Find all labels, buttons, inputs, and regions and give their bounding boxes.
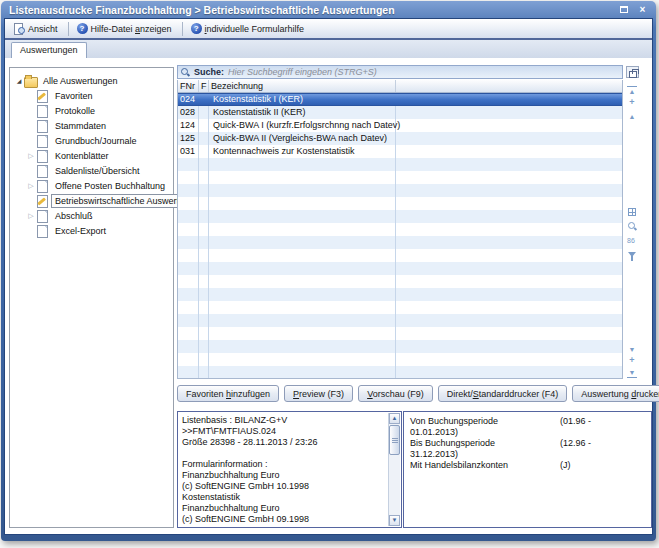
scroll-to-bottom-icon[interactable]: ▼	[627, 369, 637, 378]
param-row: Mit Handelsbilanzkonten (J)	[410, 460, 645, 471]
tree-item-abschluss[interactable]: ▷ Abschluß	[10, 208, 173, 223]
column-header-f[interactable]: F	[199, 80, 209, 92]
preview-button[interactable]: Preview (F3)	[284, 385, 353, 402]
info-line: (c) SoftENGINE GmbH 09.1998	[182, 514, 385, 525]
hilfe-datei-button[interactable]: ? Hilfe-Datei anzeigen	[72, 20, 179, 37]
empty-row[interactable]	[178, 158, 622, 171]
empty-row[interactable]	[178, 366, 622, 379]
expander-closed-icon[interactable]: ▷	[26, 212, 36, 220]
empty-row[interactable]	[178, 262, 622, 275]
toolbar-separator	[182, 22, 183, 36]
tree-item-betriebswirtschaftliche-auswertungen[interactable]: Betriebswirtschaftliche Auswertungen	[10, 193, 173, 208]
close-window-button[interactable]: ×	[635, 3, 650, 16]
tree-item-favoriten[interactable]: Favoriten	[10, 88, 173, 103]
badge-86-icon[interactable]: 86	[627, 237, 635, 244]
help-icon: ?	[77, 23, 88, 34]
filter-icon[interactable]	[628, 252, 636, 257]
table-row[interactable]: 024Kostenstatistik I (KER)	[178, 93, 622, 106]
info-line: Finanzbuchhaltung Euro	[182, 503, 385, 514]
table-row[interactable]: 125Quick-BWA II (Vergleichs-BWA nach Dat…	[178, 132, 622, 145]
empty-row[interactable]	[178, 223, 622, 236]
tree-item-stammdaten[interactable]: Stammdaten	[10, 118, 173, 133]
vorschau-button[interactable]: Vorschau (F9)	[358, 385, 433, 402]
param-row: Bis Buchungsperiode (12.96 -	[410, 438, 645, 449]
restore-window-button[interactable]	[616, 3, 631, 16]
tree-item-offene-posten[interactable]: ▷ Offene Posten Buchhaltung	[10, 178, 173, 193]
empty-row[interactable]	[178, 314, 622, 327]
expander-closed-icon[interactable]: ▷	[26, 152, 36, 160]
tree-item-alle-auswertungen[interactable]: ◢ Alle Auswertungen	[10, 73, 173, 88]
empty-row[interactable]	[178, 197, 622, 210]
scrollbar-thumb[interactable]	[389, 425, 400, 455]
empty-row[interactable]	[178, 301, 622, 314]
empty-row[interactable]	[178, 327, 622, 340]
tree-item-grundbuch-journale[interactable]: Grundbuch/Journale	[10, 133, 173, 148]
folder-icon	[24, 75, 36, 87]
tree-item-saldenliste[interactable]: Saldenliste/Übersicht	[10, 163, 173, 178]
empty-row[interactable]	[178, 210, 622, 223]
search-input[interactable]	[228, 67, 622, 77]
scroll-to-top-icon[interactable]: ▲	[627, 86, 637, 95]
expander-open-icon[interactable]: ◢	[14, 77, 24, 84]
direkt-standarddrucker-button[interactable]: Direkt/Standarddrucker (F4)	[438, 385, 568, 402]
toolbar-separator	[68, 22, 69, 36]
grid-header[interactable]: FNr F Bezeichnung	[178, 80, 622, 93]
column-header-fnr[interactable]: FNr	[178, 80, 199, 92]
favoriten-hinzufuegen-button[interactable]: Favoriten hinzufügen	[177, 385, 279, 402]
tree-item-label: Kontenblätter	[51, 149, 113, 163]
expand-plus-icon[interactable]: +	[627, 357, 637, 364]
app-window: Listenausdrucke Finanzbuchhaltung > Betr…	[1, 1, 656, 541]
grid-side-toolbar: ▲ + ▲ 86 ▼ + ▼	[625, 80, 641, 379]
tree-item-excel-export[interactable]: Excel-Export	[10, 223, 173, 238]
param-value: (01.96 -	[560, 416, 591, 427]
formularhilfe-button[interactable]: ? individuelle Formularhilfe	[186, 20, 312, 37]
table-row[interactable]: 028Kostenstatistik II (KER)	[178, 106, 622, 119]
empty-row[interactable]	[178, 236, 622, 249]
expander-closed-icon[interactable]: ▷	[26, 182, 36, 190]
ansicht-label: Ansicht	[28, 24, 58, 34]
page-edit-icon	[36, 195, 48, 207]
empty-row[interactable]	[178, 353, 622, 366]
table-row[interactable]: 031Kontennachweis zur Kostenstatistik	[178, 145, 622, 158]
table-row[interactable]: 124Quick-BWA I (kurzfr.Erfolgsrchnng nac…	[178, 119, 622, 132]
empty-row[interactable]	[178, 249, 622, 262]
help-icon: ?	[191, 23, 202, 34]
empty-row[interactable]	[178, 171, 622, 184]
window-title: Listenausdrucke Finanzbuchhaltung > Betr…	[9, 4, 616, 16]
ansicht-button[interactable]: Ansicht	[8, 20, 65, 38]
info-line: Formularinformation :	[182, 459, 385, 470]
info-line: (c) SoftENGINE GmbH 10.1998	[182, 481, 385, 492]
titlebar[interactable]: Listenausdrucke Finanzbuchhaltung > Betr…	[4, 1, 653, 18]
search-icon	[181, 68, 190, 77]
expand-plus-icon[interactable]: +	[627, 99, 637, 106]
tree-item-label: Stammdaten	[51, 119, 110, 133]
tree-item-label: Abschluß	[51, 209, 97, 223]
page-icon	[36, 225, 48, 237]
param-row: Von Buchungsperiode (01.96 -	[410, 416, 645, 427]
auswertung-drucken-button[interactable]: Auswertung drucken	[572, 385, 659, 402]
empty-row[interactable]	[178, 288, 622, 301]
detach-window-button[interactable]	[626, 66, 639, 78]
page-icon	[36, 120, 48, 132]
param-label: Mit Handelsbilanzkonten	[410, 460, 560, 471]
grid-view-icon[interactable]	[628, 208, 636, 216]
scroll-down-icon[interactable]: ▼	[627, 346, 637, 353]
search-zoom-icon[interactable]	[628, 222, 637, 231]
column-header-bezeichnung[interactable]: Bezeichnung	[209, 80, 396, 92]
info-scrollbar[interactable]: ▲ ▼	[388, 413, 400, 526]
scroll-down-button[interactable]: ▼	[389, 515, 400, 526]
tab-auswertungen[interactable]: Auswertungen	[11, 42, 87, 58]
empty-row[interactable]	[178, 275, 622, 288]
scroll-up-icon[interactable]: ▲	[627, 113, 637, 120]
app-frame: Ansicht ? Hilfe-Datei anzeigen ? individ…	[4, 18, 653, 535]
tree-item-kontenblaetter[interactable]: ▷ Kontenblätter	[10, 148, 173, 163]
toolbar: Ansicht ? Hilfe-Datei anzeigen ? individ…	[5, 19, 652, 40]
page-icon	[36, 150, 48, 162]
tree-item-protokolle[interactable]: Protokolle	[10, 103, 173, 118]
window-controls: ×	[616, 3, 650, 16]
empty-row[interactable]	[178, 184, 622, 197]
scroll-up-button[interactable]: ▲	[389, 413, 400, 424]
search-label: Suche:	[194, 67, 224, 77]
empty-row[interactable]	[178, 340, 622, 353]
main-content: ◢ Alle Auswertungen Favoriten Protokolle	[5, 58, 652, 534]
